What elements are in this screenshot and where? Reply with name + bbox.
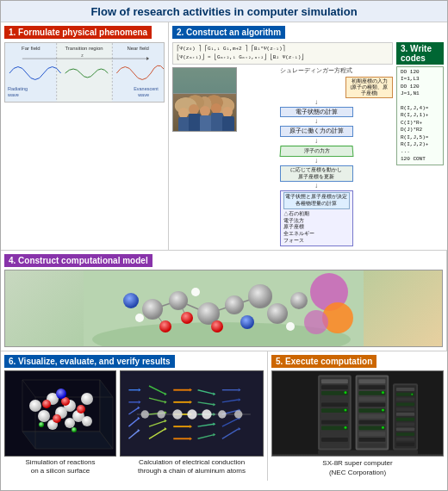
svg-text:Transition region: Transition region [65,46,103,51]
svg-point-132 [187,409,196,419]
people-svg [173,68,237,132]
svg-rect-161 [358,402,385,407]
svg-rect-23 [200,115,212,132]
svg-rect-185 [396,442,414,445]
svg-point-76 [72,427,77,432]
svg-rect-173 [396,388,414,391]
flowchart-diagram: シュレーディンガー方程式 初期座標の入力(原子の種類、原子座標) ↓ 電子状態の… [240,67,393,246]
step5-label: 5. Execute computation [271,355,376,368]
silicon-svg [5,371,116,457]
svg-point-130 [157,410,165,418]
flowchart-area: シュレーディンガー方程式 初期座標の入力(原子の種類、原子座標) ↓ 電子状態の… [172,67,393,246]
viz-captions: Simulation of reactions on a silicon sur… [4,458,264,476]
viz-caption-conduction: Calculation of electrical conduction thr… [120,458,264,476]
top-section: 1. Formulate physical phenomena Far fiel… [1,22,447,251]
svg-point-35 [142,299,163,320]
svg-rect-179 [396,413,414,416]
svg-rect-25 [222,116,234,132]
silicon-viz [4,370,116,457]
svg-point-49 [211,320,223,333]
step3-label: 3. Write codes [396,42,444,65]
svg-rect-21 [178,117,190,132]
svg-rect-164 [358,413,385,418]
flow-arrow-3: ↓ [314,138,318,145]
svg-point-131 [172,409,182,419]
svg-point-74 [56,388,66,399]
svg-rect-178 [396,407,414,411]
svg-rect-140 [321,385,348,389]
svg-point-68 [65,418,75,428]
research-photo [172,67,237,132]
svg-rect-182 [396,427,414,431]
svg-rect-152 [321,437,348,441]
svg-rect-24 [211,113,223,132]
viz-images [4,370,264,457]
flow-arrow-2: ↓ [314,118,318,125]
flow-output-box: 電子状態と原子座標が決定各種物理量の計算 △石の初期電子法方原子座標全エネルギー… [280,190,353,246]
svg-rect-139 [321,379,348,383]
flow-box-2: 原子に働く力の計算 [280,126,353,136]
svg-rect-15 [173,68,237,94]
svg-text:Far field: Far field [22,46,40,51]
svg-point-43 [240,315,254,329]
step6-panel: 6. Visualize, evaluate, and verify resul… [1,351,268,481]
svg-text:wave: wave [137,92,149,97]
svg-rect-176 [396,397,414,401]
step6-label: 6. Visualize, evaluate, and verify resul… [4,355,175,368]
svg-point-40 [267,303,288,324]
main-container: Flow of research activities in computer … [0,0,448,491]
svg-point-36 [169,291,188,310]
svg-rect-160 [358,396,385,401]
svg-point-159 [382,391,384,394]
code-box: DO 120I=1,L3DO 120J=1,N1R(I,J,4)=R(I,J,1… [396,66,444,165]
svg-rect-170 [358,443,385,447]
svg-point-16 [178,108,189,118]
middle-section: 4. Construct computational model [1,251,447,351]
wave-diagram-svg: Far field Transition region Near field R… [5,43,164,102]
svg-rect-156 [358,379,385,383]
step1-panel: 1. Formulate physical phenomena Far fiel… [1,22,169,250]
svg-point-47 [159,320,171,333]
svg-rect-181 [396,422,414,426]
svg-rect-158 [358,390,385,395]
svg-text:Near field: Near field [127,46,148,51]
computer-svg [272,370,443,456]
svg-rect-157 [358,385,385,389]
svg-rect-168 [358,432,385,436]
svg-point-63 [81,393,93,405]
svg-point-48 [181,312,193,324]
svg-rect-180 [396,417,414,420]
svg-text:wave: wave [7,92,19,97]
svg-point-50 [135,314,144,322]
svg-point-75 [39,422,44,427]
svg-point-18 [200,106,210,116]
svg-text:Evanescent: Evanescent [134,86,159,91]
flow-box-3: に応じて座標を動かし原子座標を更新 [280,165,353,183]
svg-point-175 [411,393,413,395]
step23-panel: 2. Construct an algorithm ⎡Ψ(z₀) ⎤ ⎡G₁,₁… [169,22,447,250]
svg-point-46 [304,310,328,334]
step5-panel: 5. Execute computation [268,351,447,481]
step1-diagram: Far field Transition region Near field R… [4,42,165,103]
svg-point-41 [290,292,308,309]
svg-rect-141 [321,390,348,395]
step3-area: 3. Write codes DO 120I=1,L3DO 120J=1,N1R… [396,42,444,246]
svg-point-19 [211,103,221,114]
algo-left: ⎡Ψ(z₀) ⎤ ⎡G₁,₁ G₁,m+2 ⎤ ⎡B₁*Ψ(z₋₁)⎤ ⎣Ψ(z… [172,42,393,246]
flow-arrow-1: ↓ [314,99,318,106]
svg-rect-166 [358,426,385,430]
svg-rect-148 [321,420,348,424]
svg-point-70 [42,400,51,408]
svg-point-69 [82,416,92,426]
flow-diamond: 浮子の力方 [279,146,353,157]
viz-caption-silicon: Simulation of reactions on a silicon sur… [4,458,116,476]
step4-panel: 4. Construct computational model [1,251,447,351]
conduction-viz [120,370,264,457]
svg-point-72 [77,405,85,413]
output-list: △石の初期電子法方原子座標全エネルギーフォース [283,211,350,244]
svg-rect-183 [396,432,414,436]
svg-point-133 [202,409,211,419]
svg-point-142 [345,391,347,394]
computer-viz [271,370,444,457]
svg-point-73 [53,414,61,423]
